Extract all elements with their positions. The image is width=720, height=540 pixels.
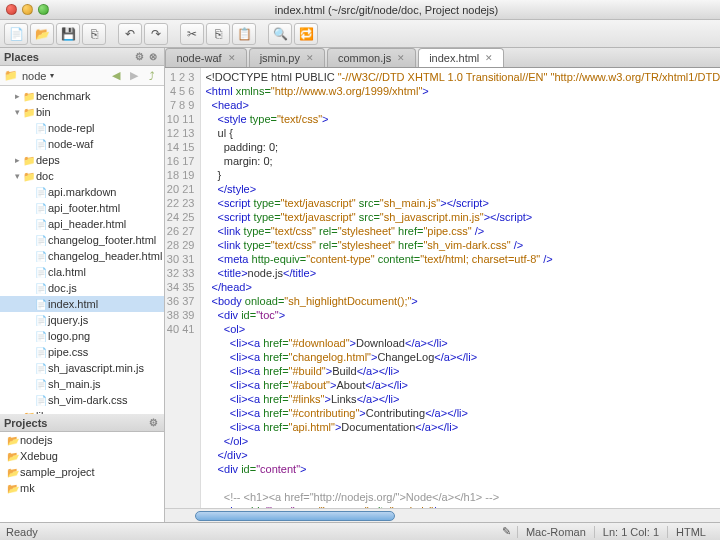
nav-back-icon[interactable]: ◀ — [108, 69, 124, 82]
status-position: Ln: 1 Col: 1 — [594, 526, 667, 538]
places-nav: 📁 node ▾ ◀ ▶ ⤴ — [0, 66, 164, 86]
tree-item[interactable]: node-repl — [0, 120, 164, 136]
gear-icon[interactable]: ⚙ — [132, 51, 146, 62]
tree-item[interactable]: api.markdown — [0, 184, 164, 200]
tree-item[interactable]: ▸benchmark — [0, 88, 164, 104]
nav-fwd-icon[interactable]: ▶ — [126, 69, 142, 82]
find-button[interactable]: 🔍 — [268, 23, 292, 45]
sidebar: Places ⚙ ⊗ 📁 node ▾ ◀ ▶ ⤴ ▸benchmark▾bin… — [0, 48, 165, 522]
project-item[interactable]: Xdebug — [0, 448, 164, 464]
projects-list[interactable]: nodejsXdebugsample_projectmk — [0, 432, 164, 522]
projects-label: Projects — [4, 417, 47, 429]
tab-close-icon[interactable]: ✕ — [485, 53, 493, 63]
code-area: 1 2 3 4 5 6 7 8 9 10 11 12 13 14 15 16 1… — [165, 68, 720, 508]
tree-item[interactable]: api_header.html — [0, 216, 164, 232]
gear-icon[interactable]: ⚙ — [146, 417, 160, 428]
save-all-button[interactable]: ⎘ — [82, 23, 106, 45]
status-encoding[interactable]: Mac-Roman — [517, 526, 594, 538]
status-lang[interactable]: HTML — [667, 526, 714, 538]
editor-tab[interactable]: common.js✕ — [327, 48, 416, 67]
tree-item[interactable]: cla.html — [0, 264, 164, 280]
replace-button[interactable]: 🔁 — [294, 23, 318, 45]
close-icon[interactable] — [6, 4, 17, 15]
file-tree[interactable]: ▸benchmark▾binnode-replnode-waf▸deps▾doc… — [0, 86, 164, 414]
nav-up-icon[interactable]: ⤴ — [144, 70, 160, 82]
paste-button[interactable]: 📋 — [232, 23, 256, 45]
new-file-button[interactable]: 📄 — [4, 23, 28, 45]
tree-item[interactable]: changelog_header.html — [0, 248, 164, 264]
editor: node-waf✕jsmin.py✕common.js✕index.html✕ … — [165, 48, 720, 522]
titlebar: index.html (~/src/git/node/doc, Project … — [0, 0, 720, 20]
tree-item[interactable]: ▾doc — [0, 168, 164, 184]
editor-tab[interactable]: index.html✕ — [418, 48, 504, 67]
editor-tab[interactable]: node-waf✕ — [165, 48, 246, 67]
folder-label: node — [22, 70, 46, 82]
toolbar: 📄 📂 💾 ⎘ ↶ ↷ ✂ ⎘ 📋 🔍 🔁 — [0, 20, 720, 48]
cut-button[interactable]: ✂ — [180, 23, 204, 45]
tab-close-icon[interactable]: ✕ — [228, 53, 236, 63]
current-folder[interactable]: 📁 node ▾ — [4, 69, 106, 82]
tab-close-icon[interactable]: ✕ — [306, 53, 314, 63]
line-gutter: 1 2 3 4 5 6 7 8 9 10 11 12 13 14 15 16 1… — [165, 68, 201, 508]
projects-header: Projects ⚙ — [0, 414, 164, 432]
save-button[interactable]: 💾 — [56, 23, 80, 45]
status-ready: Ready — [6, 526, 38, 538]
editor-tab[interactable]: jsmin.py✕ — [249, 48, 325, 67]
tree-item[interactable]: node-waf — [0, 136, 164, 152]
scrollbar-horizontal[interactable] — [165, 508, 720, 522]
zoom-icon[interactable] — [38, 4, 49, 15]
editor-tabs: node-waf✕jsmin.py✕common.js✕index.html✕ — [165, 48, 720, 68]
minimize-icon[interactable] — [22, 4, 33, 15]
project-item[interactable]: sample_project — [0, 464, 164, 480]
window-title: index.html (~/src/git/node/doc, Project … — [59, 4, 714, 16]
tree-item[interactable]: pipe.css — [0, 344, 164, 360]
project-item[interactable]: nodejs — [0, 432, 164, 448]
tree-item[interactable]: sh_javascript.min.js — [0, 360, 164, 376]
places-label: Places — [4, 51, 39, 63]
chevron-down-icon: ▾ — [50, 71, 54, 80]
status-bar: Ready ✎ Mac-Roman Ln: 1 Col: 1 HTML — [0, 522, 720, 540]
undo-button[interactable]: ↶ — [118, 23, 142, 45]
folder-icon: 📁 — [4, 69, 18, 82]
tree-item[interactable]: doc.js — [0, 280, 164, 296]
tree-item[interactable]: changelog_footer.html — [0, 232, 164, 248]
tree-item[interactable]: ▾bin — [0, 104, 164, 120]
tree-item[interactable]: ▸deps — [0, 152, 164, 168]
tree-item[interactable]: sh_main.js — [0, 376, 164, 392]
tree-item[interactable]: index.html — [0, 296, 164, 312]
insert-mode-icon[interactable]: ✎ — [496, 525, 517, 538]
tree-item[interactable]: sh_vim-dark.css — [0, 392, 164, 408]
open-button[interactable]: 📂 — [30, 23, 54, 45]
places-header: Places ⚙ ⊗ — [0, 48, 164, 66]
code-text[interactable]: <!DOCTYPE html PUBLIC "-//W3C//DTD XHTML… — [201, 68, 720, 508]
close-panel-icon[interactable]: ⊗ — [146, 51, 160, 62]
tree-item[interactable]: api_footer.html — [0, 200, 164, 216]
window-controls — [6, 4, 49, 15]
redo-button[interactable]: ↷ — [144, 23, 168, 45]
tree-item[interactable]: logo.png — [0, 328, 164, 344]
project-item[interactable]: mk — [0, 480, 164, 496]
copy-button[interactable]: ⎘ — [206, 23, 230, 45]
scrollbar-thumb[interactable] — [195, 511, 395, 521]
tree-item[interactable]: jquery.js — [0, 312, 164, 328]
tab-close-icon[interactable]: ✕ — [397, 53, 405, 63]
